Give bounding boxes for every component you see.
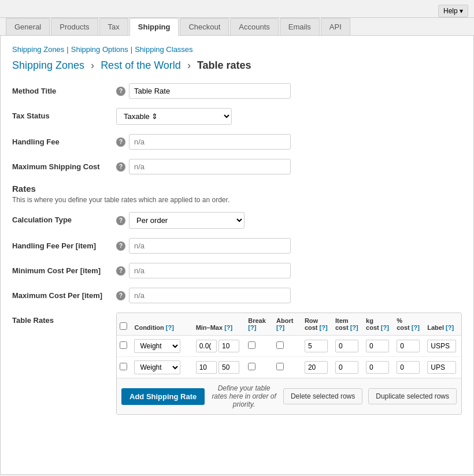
calculation-type-help-icon[interactable]: ? (116, 216, 125, 225)
min-cost-per-item-help-icon[interactable]: ? (116, 266, 125, 276)
condition-help-link[interactable]: [?] (166, 324, 174, 331)
item-cost-input-0[interactable] (335, 340, 358, 352)
tab-api[interactable]: API (321, 18, 350, 35)
calculation-type-label: Calculation Type (12, 212, 116, 224)
min-cost-per-item-row: Minimum Cost Per [item] ? (12, 263, 462, 278)
sub-nav: Shipping Zones | Shipping Options | Ship… (12, 45, 462, 54)
handling-fee-per-item-label: Handling Fee Per [item] (12, 238, 116, 250)
content-area: Shipping Zones | Shipping Options | Ship… (0, 36, 474, 475)
subnav-shipping-options[interactable]: Shipping Options (71, 45, 128, 54)
help-button[interactable]: Help ▾ (438, 5, 468, 17)
row-checkbox-0[interactable] (120, 341, 127, 349)
min-cost-per-item-input[interactable] (129, 263, 291, 278)
main-tabs: General Products Tax Shipping Checkout A… (0, 18, 474, 36)
rates-buttons: Add Shipping Rate Define your table rate… (117, 378, 461, 414)
max-cost-per-item-row: Maximum Cost Per [item] ? (12, 288, 462, 303)
kg-cost-input-1[interactable] (366, 361, 389, 374)
pct-cost-help-link[interactable]: [?] (412, 324, 420, 331)
subnav-shipping-classes[interactable]: Shipping Classes (135, 45, 192, 54)
break-help-link[interactable]: [?] (248, 324, 256, 331)
select-all-checkbox[interactable] (120, 322, 127, 330)
table-rates-label: Table Rates (12, 313, 116, 325)
condition-select-1[interactable]: Weight Price Items (134, 360, 180, 374)
breadcrumb-rest-of-world[interactable]: Rest of the World (101, 60, 181, 71)
rates-section-title: Rates (12, 184, 462, 194)
minmax-help-link[interactable]: [?] (224, 324, 232, 331)
handling-fee-per-item-row: Handling Fee Per [item] ? (12, 238, 462, 254)
pct-cost-input-0[interactable] (397, 340, 420, 352)
max-input-1[interactable] (219, 361, 239, 374)
tab-general[interactable]: General (6, 18, 50, 35)
label-input-0[interactable] (427, 340, 456, 352)
max-shipping-cost-help-icon[interactable]: ? (116, 162, 125, 172)
pct-cost-header: %cost (397, 317, 412, 331)
add-shipping-rate-button[interactable]: Add Shipping Rate (121, 388, 205, 405)
kg-cost-input-0[interactable] (366, 340, 389, 352)
table-row: Weight Price Items (117, 336, 461, 357)
break-header: Break (248, 317, 266, 324)
table-rates-section: Table Rates Condition [?] (12, 313, 462, 415)
kg-cost-help-link[interactable]: [?] (381, 324, 389, 331)
minmax-header: Min–Max (196, 324, 225, 331)
breadcrumb-current: Table rates (197, 60, 251, 71)
handling-fee-input[interactable] (129, 134, 291, 150)
abort-header: Abort (276, 317, 293, 324)
min-cost-per-item-label: Minimum Cost Per [item] (12, 263, 116, 275)
rates-table: Condition [?] Min–Max [?] Break [?] (116, 313, 462, 415)
method-title-label: Method Title (12, 83, 116, 95)
min-input-0[interactable] (196, 340, 217, 352)
row-cost-input-0[interactable] (305, 340, 328, 352)
max-input-0[interactable] (219, 340, 239, 352)
row-cost-input-1[interactable] (305, 361, 328, 374)
break-checkbox-1[interactable] (248, 363, 255, 370)
calculation-type-select[interactable]: Per order Per item Per line item Per cla… (129, 212, 245, 229)
table-row: Weight Price Items (117, 357, 461, 378)
condition-select-0[interactable]: Weight Price Items (134, 339, 180, 353)
max-shipping-cost-row: Maximum Shipping Cost ? (12, 159, 462, 174)
abort-help-link[interactable]: [?] (276, 324, 284, 331)
item-cost-help-link[interactable]: [?] (350, 324, 358, 331)
breadcrumb: Shipping Zones › Rest of the World › Tab… (12, 60, 462, 72)
pct-cost-input-1[interactable] (397, 361, 420, 374)
calculation-type-row: Calculation Type ? Per order Per item Pe… (12, 212, 462, 229)
rates-section-desc: This is where you define your table rate… (12, 196, 462, 204)
row-checkbox-1[interactable] (120, 363, 127, 370)
label-help-link[interactable]: [?] (446, 324, 454, 331)
abort-checkbox-1[interactable] (276, 363, 284, 370)
max-shipping-cost-input[interactable] (129, 159, 291, 174)
handling-fee-per-item-input[interactable] (129, 238, 291, 254)
handling-fee-help-icon[interactable]: ? (116, 137, 125, 147)
method-title-input[interactable] (129, 83, 291, 99)
tab-emails[interactable]: Emails (280, 18, 320, 35)
tax-status-select[interactable]: Taxable ⇕ None (116, 108, 232, 125)
tab-accounts[interactable]: Accounts (230, 18, 278, 35)
kg-cost-header: kgcost (366, 317, 381, 331)
tab-checkout[interactable]: Checkout (180, 18, 229, 35)
subnav-shipping-zones[interactable]: Shipping Zones (12, 45, 64, 54)
max-cost-per-item-input[interactable] (129, 288, 291, 303)
delete-selected-rows-button[interactable]: Delete selected rows (283, 388, 362, 404)
condition-header: Condition (134, 324, 165, 331)
handling-fee-row: Handling Fee ? (12, 134, 462, 150)
tax-status-label: Tax Status (12, 108, 116, 120)
tab-shipping[interactable]: Shipping (129, 18, 179, 36)
rates-note: Define your table rates here in order of… (210, 384, 277, 408)
tab-tax[interactable]: Tax (99, 18, 128, 35)
handling-fee-per-item-help-icon[interactable]: ? (116, 241, 125, 251)
max-shipping-cost-label: Maximum Shipping Cost (12, 159, 116, 171)
method-title-help-icon[interactable]: ? (116, 87, 125, 96)
method-title-row: Method Title ? (12, 83, 462, 99)
breadcrumb-shipping-zones[interactable]: Shipping Zones (12, 60, 84, 71)
label-input-1[interactable] (427, 361, 456, 374)
max-cost-per-item-help-icon[interactable]: ? (116, 291, 125, 300)
tax-status-row: Tax Status Taxable ⇕ None (12, 108, 462, 125)
row-cost-help-link[interactable]: [?] (320, 324, 328, 331)
item-cost-header: Itemcost (335, 317, 350, 331)
max-cost-per-item-label: Maximum Cost Per [item] (12, 288, 116, 300)
abort-checkbox-0[interactable] (276, 341, 284, 349)
min-input-1[interactable] (196, 361, 217, 374)
duplicate-selected-rows-button[interactable]: Duplicate selected rows (368, 388, 457, 404)
tab-products[interactable]: Products (51, 18, 98, 35)
break-checkbox-0[interactable] (248, 341, 255, 349)
item-cost-input-1[interactable] (335, 361, 358, 374)
